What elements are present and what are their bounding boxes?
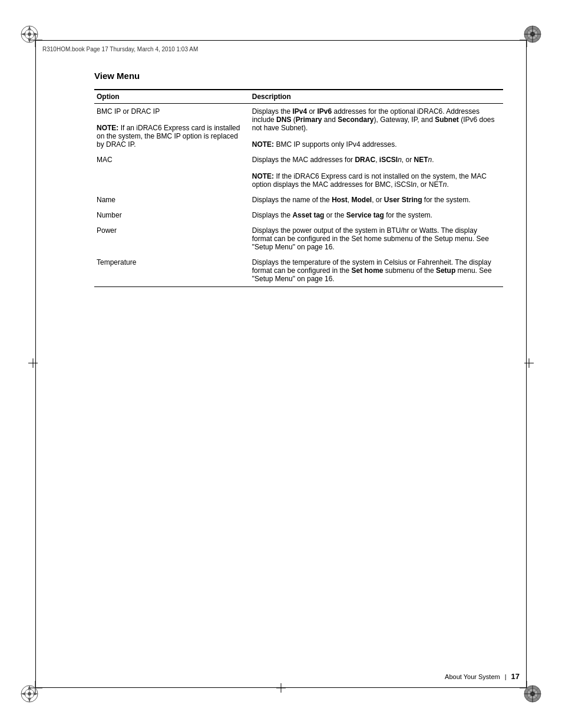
table-row: Number Displays the Asset tag or the Ser…: [94, 207, 503, 223]
desc-cell-4: Displays the Asset tag or the Service ta…: [250, 207, 503, 223]
mid-mark-left: [28, 358, 38, 370]
view-menu-table: Option Description BMC IP or DRAC IP NOT…: [94, 89, 503, 287]
option-cell-6: Temperature: [94, 255, 250, 287]
table-row: BMC IP or DRAC IP NOTE: If an iDRAC6 Exp…: [94, 104, 503, 153]
desc-cell-3: Displays the name of the Host, Model, or…: [250, 192, 503, 207]
option-cell-4: Number: [94, 207, 250, 223]
footer-page-number: 17: [511, 672, 520, 681]
desc-text-5: Displays the power output of the system …: [252, 226, 489, 251]
table-row: Power Displays the power output of the s…: [94, 223, 503, 255]
compass-tl: [19, 24, 40, 45]
option-text-5: Power: [97, 226, 117, 235]
compass-br: [522, 683, 543, 704]
page-footer: About Your System | 17: [42, 672, 520, 681]
option-text-3: Name: [97, 196, 115, 204]
header-text: R310HOM.book Page 17 Thursday, March 4, …: [42, 46, 198, 52]
desc-cell-2: Displays the MAC addresses for DRAC, iSC…: [250, 152, 503, 192]
mid-mark-right: [524, 358, 534, 370]
table-row: Name Displays the name of the Host, Mode…: [94, 192, 503, 207]
page-border-top: [35, 40, 527, 41]
desc-text-4: Displays the Asset tag or the Service ta…: [252, 211, 432, 219]
col-header-option: Option: [94, 90, 250, 104]
option-text-1: BMC IP or DRAC IP: [97, 107, 160, 116]
option-cell-2: MAC: [94, 152, 250, 192]
main-content: View Menu Option Description BMC IP or D…: [94, 71, 503, 287]
col-header-desc: Description: [250, 90, 503, 104]
table-row: Temperature Displays the temperature of …: [94, 255, 503, 287]
desc-note-1: NOTE: BMC IP supports only IPv4 addresse…: [252, 140, 397, 149]
mid-mark-bottom-center: [276, 683, 286, 695]
table-header-row: Option Description: [94, 90, 503, 104]
header-bar: R310HOM.book Page 17 Thursday, March 4, …: [42, 46, 520, 52]
option-cell-3: Name: [94, 192, 250, 207]
footer-pipe: |: [505, 673, 507, 680]
table-row: MAC Displays the MAC addresses for DRAC,…: [94, 152, 503, 192]
compass-tr: [522, 24, 543, 45]
section-title: View Menu: [94, 71, 503, 81]
desc-cell-6: Displays the temperature of the system i…: [250, 255, 503, 287]
desc-text-6: Displays the temperature of the system i…: [252, 258, 492, 283]
desc-text-2: Displays the MAC addresses for DRAC, iSC…: [252, 156, 434, 164]
compass-bl: [19, 683, 40, 704]
desc-cell-1: Displays the IPv4 or IPv6 addresses for …: [250, 104, 503, 153]
option-text-4: Number: [97, 211, 122, 219]
option-text-6: Temperature: [97, 258, 136, 266]
option-note-1: NOTE: If an iDRAC6 Express card is insta…: [97, 124, 240, 149]
option-text-2: MAC: [97, 156, 113, 164]
desc-text-3: Displays the name of the Host, Model, or…: [252, 196, 471, 204]
desc-note-2: NOTE: If the iDRAC6 Express card is not …: [252, 172, 487, 189]
option-cell-5: Power: [94, 223, 250, 255]
desc-text-1: Displays the IPv4 or IPv6 addresses for …: [252, 107, 495, 132]
footer-section-text: About Your System: [445, 673, 500, 680]
option-cell-1: BMC IP or DRAC IP NOTE: If an iDRAC6 Exp…: [94, 104, 250, 153]
desc-cell-5: Displays the power output of the system …: [250, 223, 503, 255]
